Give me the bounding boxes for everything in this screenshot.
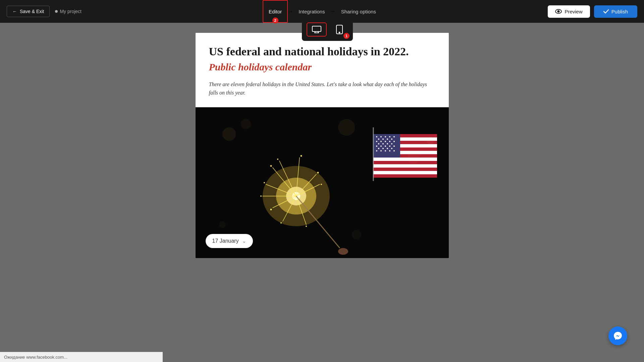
svg-point-63: [378, 143, 379, 144]
svg-point-52: [389, 136, 390, 137]
date-label: 17 January: [212, 238, 239, 244]
svg-point-79: [389, 150, 390, 152]
breadcrumb-dot-icon: [55, 10, 58, 13]
svg-point-61: [389, 141, 390, 142]
mobile-device-button[interactable]: 1: [331, 21, 348, 38]
svg-point-66: [391, 143, 392, 144]
article-header: US federal and national holidays in 2022…: [196, 33, 449, 107]
svg-rect-48: [373, 134, 400, 158]
svg-rect-0: [312, 26, 321, 32]
step-arrow-icon-1: →: [288, 8, 293, 14]
svg-rect-45: [373, 168, 437, 171]
chevron-down-icon: ⌄: [242, 238, 246, 244]
breadcrumb: My project: [55, 9, 82, 14]
messenger-icon: [613, 331, 623, 341]
article-title: US federal and national holidays in 2022…: [209, 45, 435, 59]
editor-step-wrapper: Editor 2 →: [263, 0, 293, 23]
preview-button[interactable]: Preview: [548, 5, 590, 18]
svg-rect-46: [373, 171, 437, 174]
publish-button[interactable]: Publish: [594, 5, 637, 18]
svg-point-51: [385, 136, 386, 137]
svg-point-30: [321, 184, 322, 185]
sharing-step-label: Sharing options: [341, 9, 376, 14]
top-navigation: ← Save & Exit My project Editor 2 → Inte…: [0, 0, 644, 23]
svg-point-70: [389, 145, 390, 147]
svg-point-32: [300, 155, 302, 157]
svg-point-5: [339, 32, 340, 33]
svg-point-57: [391, 138, 392, 140]
publish-label: Publish: [611, 9, 628, 14]
status-bar: Ожидание www.facebook.com...: [0, 352, 163, 362]
svg-rect-42: [373, 158, 437, 161]
messenger-bubble[interactable]: [608, 326, 627, 345]
svg-point-78: [385, 150, 386, 152]
article-image: 17 January ⌄: [196, 107, 449, 258]
main-content: US federal and national holidays in 2022…: [0, 23, 644, 362]
integrations-step-label: Integrations: [299, 9, 325, 14]
svg-point-55: [382, 138, 384, 140]
status-text: Ожидание www.facebook.com...: [4, 355, 67, 360]
svg-point-64: [382, 143, 384, 144]
svg-point-49: [376, 136, 377, 137]
article-subtitle: Public holidays calendar: [209, 61, 435, 73]
svg-point-50: [380, 136, 382, 137]
svg-point-65: [387, 143, 388, 144]
device-selector-popup: 1: [302, 18, 353, 41]
svg-point-27: [280, 222, 282, 224]
svg-point-80: [393, 150, 395, 152]
svg-point-26: [270, 208, 272, 210]
svg-point-54: [378, 138, 379, 140]
article-description: There are eleven federal holidays in the…: [209, 80, 435, 97]
save-exit-button[interactable]: ← Save & Exit: [7, 6, 50, 17]
svg-rect-47: [373, 174, 437, 178]
svg-point-87: [219, 221, 226, 228]
svg-point-72: [378, 148, 379, 149]
date-pill[interactable]: 17 January ⌄: [206, 234, 253, 248]
svg-point-67: [376, 145, 377, 147]
article-container: US federal and national holidays in 2022…: [196, 33, 449, 258]
device-badge: 1: [343, 33, 350, 39]
svg-point-29: [317, 172, 319, 173]
svg-point-73: [382, 148, 384, 149]
svg-point-88: [352, 230, 361, 239]
svg-rect-43: [373, 161, 437, 164]
svg-point-28: [306, 226, 307, 227]
svg-point-7: [558, 11, 559, 12]
svg-point-23: [270, 165, 272, 167]
svg-point-77: [380, 150, 382, 152]
svg-point-82: [222, 127, 236, 141]
svg-point-85: [408, 152, 420, 164]
step-arrow-icon-2: →: [330, 8, 336, 14]
svg-point-62: [393, 141, 395, 142]
svg-point-56: [387, 138, 388, 140]
svg-point-68: [380, 145, 382, 147]
svg-point-59: [380, 141, 382, 142]
svg-point-31: [277, 159, 278, 160]
editor-step-label: Editor: [269, 9, 282, 14]
svg-point-83: [241, 119, 251, 129]
nav-step-editor[interactable]: Editor 2: [263, 0, 288, 23]
svg-point-86: [426, 137, 434, 145]
svg-point-25: [260, 195, 262, 197]
svg-point-34: [338, 248, 348, 255]
svg-point-76: [376, 150, 377, 152]
svg-point-69: [385, 145, 386, 147]
svg-point-71: [393, 145, 395, 147]
svg-point-24: [264, 182, 265, 183]
save-exit-label: Save & Exit: [20, 9, 44, 14]
svg-point-84: [338, 119, 355, 136]
svg-point-53: [393, 136, 395, 137]
nav-right-actions: Preview Publish: [548, 5, 637, 18]
svg-point-60: [385, 141, 386, 142]
desktop-device-button[interactable]: [307, 22, 327, 37]
breadcrumb-label: My project: [60, 9, 82, 14]
svg-point-58: [376, 141, 377, 142]
editor-step-badge: 2: [272, 17, 278, 23]
arrow-left-icon: ←: [12, 9, 17, 14]
preview-label: Preview: [565, 9, 582, 14]
svg-rect-44: [373, 164, 437, 168]
svg-point-74: [387, 148, 388, 149]
svg-point-75: [391, 148, 392, 149]
